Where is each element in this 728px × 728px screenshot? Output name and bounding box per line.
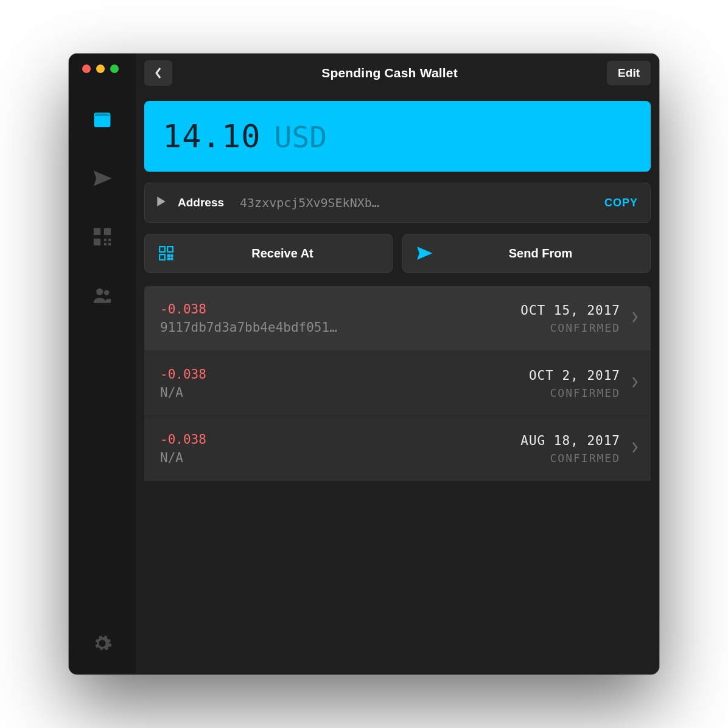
address-row[interactable]: Address 43zxvpcj5Xv9SEkNXb… COPY [144, 183, 651, 223]
svg-point-10 [104, 290, 110, 296]
receive-label: Receive At [186, 247, 379, 261]
send-button[interactable]: Send From [402, 234, 651, 273]
chevron-right-icon [631, 441, 639, 456]
tx-date: AUG 18, 2017 [520, 433, 620, 448]
svg-rect-16 [171, 258, 173, 260]
svg-rect-3 [104, 228, 111, 235]
expand-toggle[interactable] [157, 197, 166, 209]
qr-small-icon [158, 245, 174, 261]
svg-rect-15 [167, 254, 169, 256]
tx-hash: 9117db7d3a7bb4e4bdf051… [160, 320, 509, 335]
sidebar-item-settings[interactable] [89, 631, 115, 656]
svg-marker-11 [157, 197, 165, 206]
svg-rect-2 [94, 228, 100, 235]
window-controls [80, 65, 119, 73]
maximize-window-icon[interactable] [110, 65, 119, 73]
close-window-icon[interactable] [82, 65, 91, 73]
tx-amount: -0.038 [160, 302, 509, 317]
tx-hash: N/A [160, 450, 509, 465]
tx-status: CONFIRMED [520, 321, 620, 334]
action-row: Receive At Send From [144, 234, 651, 273]
sidebar [69, 54, 136, 674]
tx-status: CONFIRMED [520, 452, 620, 464]
svg-rect-5 [104, 239, 107, 241]
address-label: Address [178, 196, 224, 209]
transaction-row[interactable]: -0.038 N/A AUG 18, 2017 CONFIRMED [144, 416, 651, 481]
triangle-right-icon [157, 197, 166, 206]
minimize-window-icon[interactable] [96, 65, 105, 73]
chevron-right-icon [631, 376, 639, 391]
address-value: 43zxvpcj5Xv9SEkNXb… [240, 195, 592, 210]
main-panel: Spending Cash Wallet Edit 14.10 USD Addr… [136, 54, 659, 674]
svg-rect-8 [108, 243, 111, 245]
edit-button[interactable]: Edit [607, 61, 651, 85]
qr-icon [92, 226, 113, 247]
tx-amount: -0.038 [160, 432, 509, 447]
tx-date: OCT 15, 2017 [520, 303, 620, 318]
top-bar: Spending Cash Wallet Edit [136, 54, 659, 93]
back-button[interactable] [144, 60, 172, 86]
contacts-icon [92, 285, 113, 306]
send-icon [92, 168, 113, 189]
sidebar-item-contacts[interactable] [89, 282, 115, 308]
sidebar-item-send[interactable] [89, 166, 115, 191]
app-window: Spending Cash Wallet Edit 14.10 USD Addr… [69, 54, 659, 674]
tx-date: OCT 2, 2017 [529, 368, 620, 383]
svg-rect-17 [167, 258, 169, 260]
tx-amount: -0.038 [160, 367, 518, 382]
svg-rect-12 [159, 247, 165, 252]
copy-button[interactable]: COPY [604, 197, 638, 209]
svg-rect-7 [104, 243, 107, 245]
chevron-left-icon [155, 67, 162, 79]
svg-rect-1 [94, 113, 110, 117]
chevron-right-icon [631, 311, 639, 326]
tx-status: CONFIRMED [529, 387, 620, 399]
svg-rect-13 [167, 247, 173, 252]
svg-rect-14 [159, 254, 165, 260]
page-title: Spending Cash Wallet [180, 66, 600, 80]
wallet-icon [92, 110, 113, 130]
sidebar-item-qr[interactable] [89, 224, 115, 250]
svg-point-9 [96, 289, 103, 295]
sidebar-item-wallet[interactable] [89, 107, 115, 133]
transaction-row[interactable]: -0.038 9117db7d3a7bb4e4bdf051… OCT 15, 2… [144, 286, 651, 351]
send-label: Send From [444, 247, 637, 261]
balance-amount: 14.10 [163, 118, 261, 155]
svg-rect-6 [108, 239, 111, 241]
content-area: 14.10 USD Address 43zxvpcj5Xv9SEkNXb… CO… [136, 93, 659, 674]
gear-icon [92, 633, 113, 654]
tx-hash: N/A [160, 385, 518, 400]
send-small-icon [416, 245, 432, 261]
receive-button[interactable]: Receive At [144, 234, 393, 273]
balance-card: 14.10 USD [144, 101, 651, 172]
svg-rect-18 [171, 254, 173, 256]
transaction-row[interactable]: -0.038 N/A OCT 2, 2017 CONFIRMED [144, 351, 651, 416]
transaction-list: -0.038 9117db7d3a7bb4e4bdf051… OCT 15, 2… [144, 286, 651, 674]
balance-currency: USD [275, 120, 327, 154]
svg-rect-4 [94, 239, 100, 245]
